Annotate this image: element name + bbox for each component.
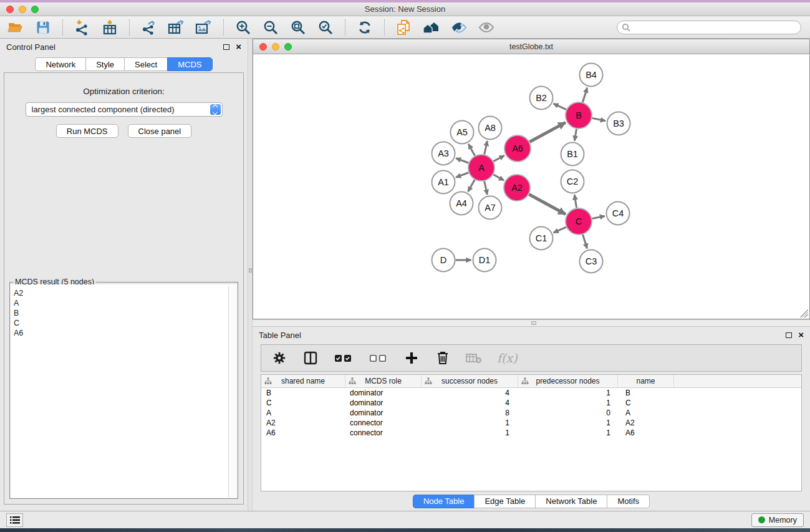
tab-mcds[interactable]: MCDS xyxy=(167,57,212,71)
split-view-icon[interactable] xyxy=(302,350,319,366)
list-item[interactable]: B xyxy=(14,308,237,318)
show-eye-icon[interactable] xyxy=(476,18,497,37)
graph-edge[interactable] xyxy=(592,216,605,218)
deselect-all-icon[interactable] xyxy=(369,350,388,366)
cell-name[interactable]: A xyxy=(618,409,674,417)
cell-mcds-role[interactable]: dominator xyxy=(345,399,422,407)
graph-edge[interactable] xyxy=(493,155,504,161)
list-item[interactable]: A2 xyxy=(14,288,237,298)
save-session-icon[interactable] xyxy=(32,18,54,37)
cell-predecessor-nodes[interactable]: 1 xyxy=(518,418,618,427)
task-history-button[interactable] xyxy=(6,513,23,527)
table-row[interactable]: B dominator 4 1 B xyxy=(261,388,801,398)
zoom-in-icon[interactable] xyxy=(233,18,254,37)
cell-mcds-role[interactable]: dominator xyxy=(345,389,422,397)
memory-button[interactable]: Memory xyxy=(751,513,804,527)
refresh-icon[interactable] xyxy=(354,18,375,37)
cell-shared-name[interactable]: A xyxy=(261,409,345,417)
graph-edge[interactable] xyxy=(582,88,587,102)
list-item[interactable]: A xyxy=(14,298,237,308)
cell-mcds-role[interactable]: connector xyxy=(345,428,422,437)
graph-edge[interactable] xyxy=(592,118,605,120)
cell-successor-nodes[interactable]: 1 xyxy=(422,418,518,427)
tab-node-table[interactable]: Node Table xyxy=(413,495,475,508)
close-panel-button[interactable]: Close panel xyxy=(128,124,192,138)
home-icon[interactable] xyxy=(421,18,442,37)
column-header[interactable]: predecessor nodes xyxy=(518,375,618,387)
network-window-titlebar[interactable]: testGlobe.txt xyxy=(253,39,809,54)
cell-predecessor-nodes[interactable]: 0 xyxy=(518,409,618,417)
graph-edge[interactable] xyxy=(574,195,576,208)
cell-successor-nodes[interactable]: 8 xyxy=(422,409,518,417)
float-panel-icon[interactable] xyxy=(223,44,229,50)
cell-successor-nodes[interactable]: 1 xyxy=(422,428,518,437)
resize-grip[interactable] xyxy=(800,309,808,317)
tab-select[interactable]: Select xyxy=(124,57,167,71)
graph-edge[interactable] xyxy=(583,235,587,248)
table-row[interactable]: A6 connector 1 1 A6 xyxy=(261,428,801,438)
network-graph[interactable]: B4B2BB3B1A5A8A6A3AA1C2A4A7A2CC4C1C3DD1 xyxy=(253,54,809,318)
run-mcds-button[interactable]: Run MCDS xyxy=(56,124,118,138)
table-row[interactable]: A dominator 8 0 A xyxy=(261,408,801,418)
export-table-icon[interactable] xyxy=(166,18,187,37)
search-input[interactable] xyxy=(617,21,801,34)
zoom-fit-icon[interactable] xyxy=(287,18,309,37)
import-table-icon[interactable] xyxy=(99,18,120,37)
column-header[interactable]: successor nodes xyxy=(422,375,518,387)
horizontal-splitter[interactable] xyxy=(253,319,810,327)
criterion-dropdown[interactable]: largest connected component (directed) xyxy=(26,102,223,117)
table-row[interactable]: C dominator 4 1 C xyxy=(261,398,801,408)
cell-name[interactable]: A2 xyxy=(618,418,674,427)
cell-mcds-role[interactable]: connector xyxy=(345,418,422,427)
cell-name[interactable]: C xyxy=(618,399,674,407)
cell-name[interactable]: A6 xyxy=(618,428,674,437)
tab-edge-table[interactable]: Edge Table xyxy=(474,495,535,508)
tab-network-table[interactable]: Network Table xyxy=(535,495,607,508)
cell-shared-name[interactable]: A2 xyxy=(261,418,345,427)
delete-column-icon[interactable] xyxy=(435,350,451,366)
graph-edge[interactable] xyxy=(485,141,488,155)
list-item[interactable]: C xyxy=(14,318,237,328)
table-row[interactable]: A2 connector 1 1 A2 xyxy=(261,418,801,428)
tab-style[interactable]: Style xyxy=(85,57,124,71)
network-canvas[interactable]: B4B2BB3B1A5A8A6A3AA1C2A4A7A2CC4C1C3DD1 xyxy=(253,54,809,319)
cell-mcds-role[interactable]: dominator xyxy=(345,409,422,417)
add-column-icon[interactable] xyxy=(403,350,420,366)
graph-edge[interactable] xyxy=(468,144,475,156)
graph-edge[interactable] xyxy=(529,122,566,142)
select-all-icon[interactable] xyxy=(334,350,354,366)
graph-edge[interactable] xyxy=(553,104,566,110)
graph-edge[interactable] xyxy=(456,158,468,163)
cell-shared-name[interactable]: A6 xyxy=(261,428,345,437)
mcds-result-list[interactable]: A2 A B C A6 xyxy=(11,284,237,498)
column-header[interactable]: name xyxy=(618,375,674,387)
tab-motifs[interactable]: Motifs xyxy=(607,495,650,508)
column-header[interactable]: MCDS role xyxy=(345,375,422,387)
cell-predecessor-nodes[interactable]: 1 xyxy=(518,428,618,437)
zoom-out-icon[interactable] xyxy=(260,18,281,37)
column-header[interactable]: shared name xyxy=(261,375,345,387)
float-panel-icon[interactable] xyxy=(786,332,792,338)
settings-gear-icon[interactable] xyxy=(271,350,287,366)
list-item[interactable]: A6 xyxy=(14,328,237,338)
cell-shared-name[interactable]: B xyxy=(261,389,345,397)
export-image-icon[interactable] xyxy=(193,18,215,37)
graph-edge[interactable] xyxy=(574,129,576,141)
cell-predecessor-nodes[interactable]: 1 xyxy=(518,389,618,397)
clone-network-icon[interactable] xyxy=(393,18,415,37)
import-network-icon[interactable] xyxy=(72,18,93,37)
cell-name[interactable]: B xyxy=(618,389,674,397)
zoom-selected-icon[interactable] xyxy=(315,18,336,37)
cell-shared-name[interactable]: C xyxy=(261,399,345,407)
cell-successor-nodes[interactable]: 4 xyxy=(422,389,518,397)
hide-panel-icon[interactable] xyxy=(448,18,470,37)
cell-predecessor-nodes[interactable]: 1 xyxy=(518,399,618,407)
vertical-splitter[interactable] xyxy=(248,39,253,511)
tab-network[interactable]: Network xyxy=(35,57,85,71)
graph-edge[interactable] xyxy=(529,195,566,215)
open-session-icon[interactable] xyxy=(5,18,26,37)
graph-edge[interactable] xyxy=(468,180,475,191)
graph-edge[interactable] xyxy=(456,173,468,178)
graph-edge[interactable] xyxy=(485,181,488,195)
graph-edge[interactable] xyxy=(554,227,566,233)
